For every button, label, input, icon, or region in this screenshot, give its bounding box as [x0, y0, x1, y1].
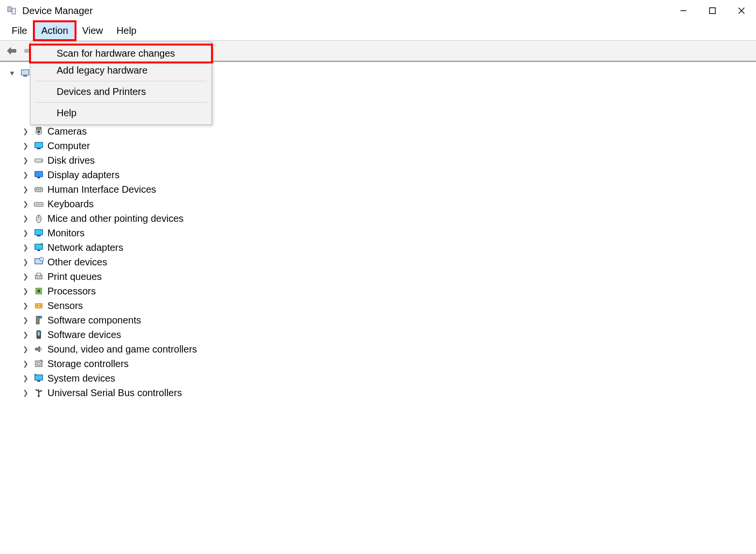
tree-item[interactable]: ❯Keyboards: [8, 197, 754, 211]
back-button[interactable]: [5, 44, 18, 58]
expand-icon[interactable]: ❯: [21, 142, 30, 150]
svg-rect-6: [21, 70, 29, 75]
svg-rect-12: [37, 148, 41, 149]
svg-rect-21: [34, 202, 43, 206]
tree-item-label: Other devices: [47, 257, 107, 268]
menu-view[interactable]: View: [76, 21, 110, 40]
svg-point-45: [37, 362, 40, 365]
action-menu-dropdown: Scan for hardware changes Add legacy har…: [30, 42, 212, 125]
tree-item[interactable]: ❯?Other devices: [8, 255, 754, 269]
expand-icon[interactable]: ❯: [21, 360, 30, 368]
expand-icon[interactable]: ❯: [21, 302, 30, 309]
tree-item[interactable]: ❯Disk drives: [8, 153, 754, 168]
tree-item[interactable]: ❯Network adapters: [8, 240, 754, 255]
tree-item[interactable]: ❯Universal Serial Bus controllers: [8, 385, 754, 400]
svg-point-20: [40, 189, 41, 190]
tree-item-label: Sound, video and game controllers: [47, 344, 197, 355]
usb-icon: [33, 387, 45, 399]
window-title: Device Manager: [22, 5, 93, 16]
expand-icon[interactable]: ❯: [21, 200, 30, 208]
expand-icon[interactable]: ❯: [21, 156, 30, 164]
tree-item[interactable]: ❯Sound, video and game controllers: [8, 342, 754, 356]
tree-item-label: Disk drives: [47, 155, 95, 166]
expand-icon[interactable]: ❯: [21, 316, 30, 324]
tree-item-label: Network adapters: [47, 242, 123, 253]
svg-rect-36: [37, 290, 40, 292]
menu-devices-printers[interactable]: Devices and Printers: [30, 83, 212, 100]
tree-item-label: Universal Serial Bus controllers: [47, 387, 182, 399]
menu-scan-hardware[interactable]: Scan for hardware changes: [30, 45, 212, 62]
tree-item[interactable]: ❯Display adapters: [8, 168, 754, 182]
svg-rect-7: [23, 76, 27, 77]
menu-file[interactable]: File: [5, 21, 34, 40]
menu-help-item[interactable]: Help: [30, 105, 212, 122]
svg-rect-15: [35, 171, 43, 177]
display-icon: [33, 169, 45, 181]
expand-icon[interactable]: ❯: [21, 345, 30, 353]
app-icon: [6, 5, 17, 16]
sensor-icon: [33, 300, 45, 311]
keyboard-icon: [33, 198, 45, 210]
menu-action[interactable]: Action: [34, 21, 76, 40]
svg-point-9: [37, 130, 40, 133]
expand-icon[interactable]: ❯: [21, 258, 30, 266]
tree-item-label: Mice and other pointing devices: [47, 213, 183, 224]
close-button[interactable]: [727, 0, 756, 21]
expand-icon[interactable]: ❯: [21, 127, 30, 135]
tree-item[interactable]: ❯Processors: [8, 284, 754, 298]
svg-point-50: [36, 389, 37, 391]
swdev-icon: [33, 329, 45, 340]
tree-item-label: Display adapters: [47, 169, 120, 181]
tree-item-label: Sensors: [47, 300, 83, 311]
storage-icon: [33, 358, 45, 369]
svg-rect-11: [35, 142, 43, 148]
expand-icon[interactable]: ❯: [21, 374, 30, 382]
tree-item[interactable]: ❯Software devices: [8, 327, 754, 342]
tree-item[interactable]: ❯Human Interface Devices: [8, 182, 754, 197]
expand-icon[interactable]: ❯: [21, 273, 30, 280]
expand-icon[interactable]: ❯: [21, 229, 30, 237]
swcomp-icon: [33, 314, 45, 326]
expand-icon[interactable]: ❯: [21, 171, 30, 179]
menu-add-legacy[interactable]: Add legacy hardware: [30, 62, 212, 79]
tree-item[interactable]: ❯Print queues: [8, 269, 754, 284]
titlebar: Device Manager: [0, 0, 756, 21]
svg-rect-1: [12, 8, 15, 14]
tree-item-label: Computer: [47, 140, 90, 152]
svg-rect-28: [35, 244, 43, 249]
expand-icon[interactable]: ❯: [21, 215, 30, 222]
tree-item[interactable]: ❯Cameras: [8, 124, 754, 138]
svg-point-19: [38, 189, 39, 190]
tree-item[interactable]: ❯Storage controllers: [8, 356, 754, 371]
window-controls: [669, 0, 756, 21]
sound-icon: [33, 343, 45, 355]
computer-icon: [33, 140, 45, 152]
expand-icon[interactable]: ❯: [21, 185, 30, 193]
svg-point-18: [36, 189, 37, 190]
disk-icon: [33, 154, 45, 166]
svg-rect-0: [8, 7, 11, 12]
tree-item[interactable]: ❯Monitors: [8, 226, 754, 240]
collapse-icon[interactable]: ▼: [8, 69, 16, 77]
expand-icon[interactable]: ❯: [21, 287, 30, 295]
svg-rect-29: [37, 250, 40, 251]
menu-help[interactable]: Help: [110, 21, 143, 40]
computer-root-icon: [19, 67, 31, 79]
tree-item[interactable]: ❯Computer: [8, 138, 754, 153]
svg-rect-51: [41, 390, 42, 392]
menu-separator: [35, 102, 207, 103]
tree-item-label: Monitors: [47, 228, 85, 239]
expand-icon[interactable]: ❯: [21, 331, 30, 339]
hid-icon: [33, 184, 45, 195]
svg-rect-41: [40, 316, 42, 318]
tree-item[interactable]: ❯System devices: [8, 371, 754, 385]
tree-item[interactable]: ❯Software components: [8, 313, 754, 327]
minimize-button[interactable]: [669, 0, 698, 21]
tree-item[interactable]: ❯Mice and other pointing devices: [8, 211, 754, 226]
tree-item-label: Keyboards: [47, 199, 94, 210]
maximize-button[interactable]: [698, 0, 727, 21]
expand-icon[interactable]: ❯: [21, 389, 30, 397]
tree-item[interactable]: ❯Sensors: [8, 298, 754, 313]
tree-item-label: System devices: [47, 373, 115, 384]
expand-icon[interactable]: ❯: [21, 244, 30, 251]
